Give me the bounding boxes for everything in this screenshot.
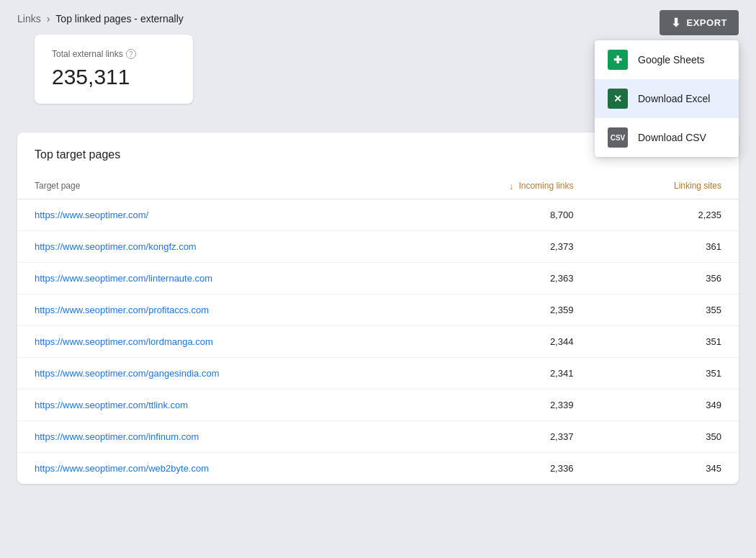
url-link[interactable]: https://www.seoptimer.com/linternaute.co…	[35, 273, 212, 284]
dropdown-item-google-sheets-label: Google Sheets	[638, 54, 705, 66]
col-header-linking-sites: Linking sites	[590, 174, 739, 199]
incoming-links-cell: 2,359	[413, 294, 591, 325]
table-title: Top target pages	[35, 148, 120, 161]
table-row: https://www.seoptimer.com/lordmanga.com2…	[17, 325, 739, 357]
breadcrumb-links[interactable]: Links	[17, 13, 41, 24]
table-card: Top target pages ≡ Target page ↓ Incomin…	[17, 132, 739, 484]
incoming-links-cell: 2,339	[413, 389, 591, 420]
table-row: https://www.seoptimer.com/web2byte.com2,…	[17, 452, 739, 484]
dropdown-item-download-csv-label: Download CSV	[638, 132, 706, 143]
url-link[interactable]: https://www.seoptimer.com/web2byte.com	[35, 463, 209, 474]
linking-sites-cell: 355	[590, 294, 739, 325]
export-icon: ⬇	[671, 16, 681, 30]
incoming-links-cell: 2,344	[413, 325, 591, 357]
table-header-row: Target page ↓ Incoming links Linking sit…	[17, 174, 739, 199]
linking-sites-cell: 356	[590, 262, 739, 294]
csv-icon: CSV	[608, 127, 628, 148]
incoming-links-cell: 2,336	[413, 452, 591, 484]
url-link[interactable]: https://www.seoptimer.com/profitaccs.com	[35, 305, 209, 315]
google-sheets-icon: ✚	[608, 50, 628, 70]
sort-down-icon: ↓	[509, 181, 513, 192]
breadcrumb-current-page: Top linked pages - externally	[55, 13, 183, 24]
url-cell: https://www.seoptimer.com/gangesindia.co…	[17, 357, 413, 389]
dropdown-item-download-excel[interactable]: ✕ Download Excel	[595, 79, 739, 118]
export-button-label: EXPORT	[687, 17, 727, 28]
table-row: https://www.seoptimer.com/8,7002,235	[17, 199, 739, 230]
table-row: https://www.seoptimer.com/linternaute.co…	[17, 262, 739, 294]
incoming-links-cell: 2,363	[413, 262, 591, 294]
export-dropdown-menu: ✚ Google Sheets ✕ Download Excel CSV Dow…	[595, 40, 739, 157]
incoming-links-cell: 2,337	[413, 420, 591, 452]
linking-sites-cell: 351	[590, 325, 739, 357]
url-link[interactable]: https://www.seoptimer.com/	[35, 210, 148, 220]
url-cell: https://www.seoptimer.com/infinum.com	[17, 420, 413, 452]
url-cell: https://www.seoptimer.com/lordmanga.com	[17, 325, 413, 357]
linking-sites-cell: 345	[590, 452, 739, 484]
export-button[interactable]: ⬇ EXPORT	[660, 10, 739, 35]
url-link[interactable]: https://www.seoptimer.com/infinum.com	[35, 431, 199, 442]
stats-card: Total external links ? 235,311	[35, 35, 193, 104]
linking-sites-cell: 350	[590, 420, 739, 452]
url-cell: https://www.seoptimer.com/web2byte.com	[17, 452, 413, 484]
incoming-links-cell: 2,341	[413, 357, 591, 389]
linking-sites-cell: 351	[590, 357, 739, 389]
col-header-incoming-links[interactable]: ↓ Incoming links	[413, 174, 591, 199]
breadcrumb: Links › Top linked pages - externally ⬇ …	[0, 0, 756, 35]
url-link[interactable]: https://www.seoptimer.com/kongfz.com	[35, 241, 197, 252]
url-cell: https://www.seoptimer.com/profitaccs.com	[17, 294, 413, 325]
data-table: Target page ↓ Incoming links Linking sit…	[17, 174, 739, 484]
incoming-links-cell: 2,373	[413, 230, 591, 262]
table-row: https://www.seoptimer.com/gangesindia.co…	[17, 357, 739, 389]
dropdown-item-download-excel-label: Download Excel	[638, 93, 710, 104]
linking-sites-cell: 349	[590, 389, 739, 420]
url-cell: https://www.seoptimer.com/ttlink.com	[17, 389, 413, 420]
linking-sites-cell: 2,235	[590, 199, 739, 230]
url-link[interactable]: https://www.seoptimer.com/ttlink.com	[35, 400, 188, 410]
incoming-links-cell: 8,700	[413, 199, 591, 230]
table-row: https://www.seoptimer.com/profitaccs.com…	[17, 294, 739, 325]
url-link[interactable]: https://www.seoptimer.com/gangesindia.co…	[35, 368, 220, 379]
url-cell: https://www.seoptimer.com/linternaute.co…	[17, 262, 413, 294]
table-row: https://www.seoptimer.com/kongfz.com2,37…	[17, 230, 739, 262]
col-header-target-page: Target page	[17, 174, 413, 199]
table-row: https://www.seoptimer.com/ttlink.com2,33…	[17, 389, 739, 420]
stats-value: 235,311	[52, 65, 176, 89]
url-cell: https://www.seoptimer.com/	[17, 199, 413, 230]
excel-icon: ✕	[608, 89, 628, 109]
help-icon[interactable]: ?	[126, 49, 136, 59]
stats-card-label: Total external links ?	[52, 49, 176, 59]
dropdown-item-download-csv[interactable]: CSV Download CSV	[595, 118, 739, 157]
breadcrumb-chevron-icon: ›	[47, 13, 50, 24]
table-row: https://www.seoptimer.com/infinum.com2,3…	[17, 420, 739, 452]
dropdown-item-google-sheets[interactable]: ✚ Google Sheets	[595, 40, 739, 79]
linking-sites-cell: 361	[590, 230, 739, 262]
url-link[interactable]: https://www.seoptimer.com/lordmanga.com	[35, 336, 213, 347]
url-cell: https://www.seoptimer.com/kongfz.com	[17, 230, 413, 262]
